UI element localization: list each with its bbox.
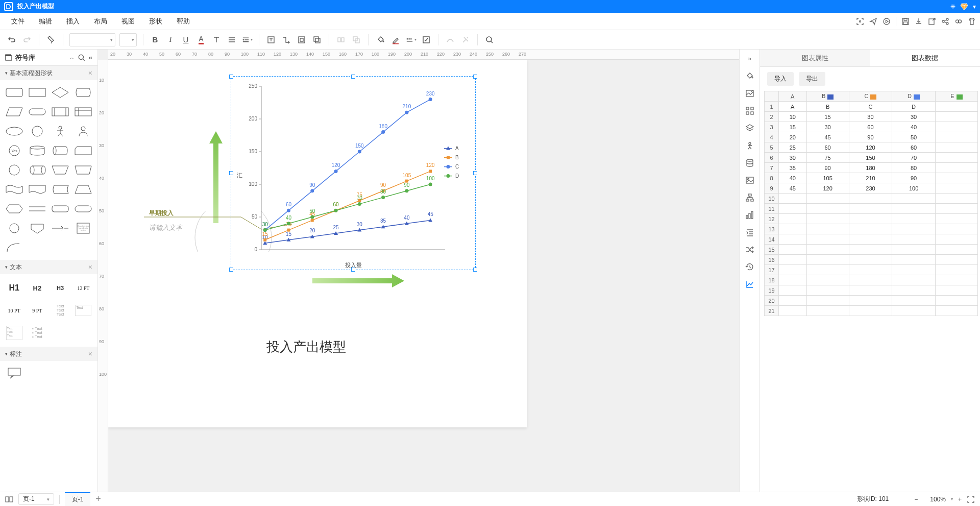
shape-decision-yes[interactable]: Yes (4, 142, 24, 159)
diamond-icon[interactable] (960, 2, 969, 11)
line-chart-icon[interactable] (745, 279, 755, 290)
menu-edit[interactable]: 编辑 (32, 14, 59, 29)
align-icon[interactable] (226, 34, 237, 45)
menu-file[interactable]: 文件 (4, 14, 32, 29)
shape-ellipse[interactable] (4, 123, 24, 139)
indent-icon[interactable]: ▾ (241, 34, 253, 45)
layers-icon[interactable] (745, 123, 755, 133)
chart-data-grid[interactable]: ABCDE1ABCD210153030315306040420459050525… (764, 91, 978, 316)
shape-stadium[interactable] (74, 201, 93, 217)
shape-connector[interactable] (4, 220, 24, 236)
bucket-icon[interactable] (375, 34, 386, 45)
shape-circle2[interactable] (4, 162, 24, 178)
shape-stored-data[interactable] (51, 181, 70, 198)
curve-icon[interactable] (445, 34, 456, 45)
section-shapes[interactable]: ▾基本流程图形状× (0, 66, 97, 80)
shape-hexagon[interactable] (4, 201, 24, 217)
frame-icon[interactable] (296, 34, 307, 45)
shape-trapezoid2[interactable] (74, 181, 93, 198)
person-icon[interactable] (745, 140, 755, 151)
close-icon[interactable]: × (88, 69, 92, 77)
play-icon[interactable] (883, 17, 891, 26)
shape-cylinder2[interactable] (27, 162, 47, 178)
shape-predefined[interactable] (51, 104, 70, 120)
shape-terminator[interactable] (27, 104, 47, 120)
tools-icon[interactable] (460, 34, 471, 45)
shape-parallelogram[interactable] (4, 104, 24, 120)
picture-icon[interactable] (745, 175, 755, 185)
shape-offpage[interactable] (27, 220, 47, 236)
italic-icon[interactable]: I (165, 34, 176, 45)
shape-arc[interactable] (4, 239, 24, 256)
underline-icon[interactable]: U (180, 34, 191, 45)
focus-icon[interactable] (856, 17, 864, 26)
shape-note[interactable]: Drag the sidehandles toresize (74, 220, 93, 236)
expand-panel-icon[interactable]: » (745, 54, 755, 64)
text-h2[interactable]: H2 (27, 278, 47, 298)
export-icon[interactable] (928, 17, 936, 26)
section-callout[interactable]: ▾标注× (0, 347, 97, 361)
close-icon[interactable]: × (88, 263, 92, 271)
shape-rect[interactable] (27, 84, 47, 101)
sparkle-icon[interactable]: ✳ (950, 3, 955, 10)
menu-insert[interactable]: 插入 (59, 14, 87, 29)
download-icon[interactable] (915, 17, 923, 26)
fill-color-select[interactable]: ▾ (119, 33, 137, 46)
image-tool-icon[interactable] (745, 88, 755, 99)
redo-icon[interactable] (21, 34, 33, 45)
shape-arrow-line[interactable] (51, 220, 70, 236)
menu-help[interactable]: 帮助 (169, 14, 197, 29)
save-icon[interactable] (901, 17, 910, 26)
checkbox-icon[interactable] (421, 34, 432, 45)
shape-cylinder[interactable] (27, 142, 47, 159)
shuffle-icon[interactable] (745, 245, 755, 255)
undo-icon[interactable] (6, 34, 17, 45)
shape-actor[interactable] (51, 123, 70, 139)
text-bullets[interactable]: • Text• Text• Text (27, 323, 47, 343)
text-block[interactable]: TextTextText (51, 301, 70, 320)
text-h1[interactable]: H1 (4, 278, 24, 298)
search-icon[interactable] (484, 34, 495, 45)
sitemap-icon[interactable] (745, 192, 755, 203)
shape-internal-storage[interactable] (74, 104, 93, 120)
format-painter-icon[interactable] (45, 34, 57, 45)
pen-icon[interactable] (390, 34, 401, 45)
zoom-in-button[interactable]: + (958, 496, 962, 503)
zoom-out-button[interactable]: − (914, 496, 918, 503)
menu-layout[interactable]: 布局 (87, 14, 114, 29)
bold-icon[interactable]: B (150, 34, 161, 45)
font-select[interactable]: ▾ (69, 33, 115, 46)
bars-icon[interactable] (745, 210, 755, 220)
close-icon[interactable]: × (88, 350, 92, 358)
page-tab[interactable]: 页-1 (65, 492, 91, 506)
page[interactable]: 早期投入 请输入文本 050100150200250投入量汇 (108, 60, 527, 427)
tab-chart-attr[interactable]: 图表属性 (760, 50, 870, 66)
indent-tool-icon[interactable] (745, 227, 755, 237)
shirt-icon[interactable] (968, 17, 976, 26)
text-box2[interactable]: TextTextText (4, 323, 24, 343)
group-icon[interactable] (335, 34, 347, 45)
placeholder-text[interactable]: 请输入文本 (149, 223, 182, 232)
line-chart[interactable]: 050100150200250投入量汇101520253035404515304… (231, 76, 476, 270)
text-box[interactable]: Text (74, 301, 93, 320)
tab-chart-data[interactable]: 图表数据 (870, 50, 981, 66)
shape-tape[interactable] (4, 181, 24, 198)
shape-user[interactable] (74, 123, 93, 139)
database-icon[interactable] (745, 158, 755, 168)
shape-callout[interactable] (4, 365, 24, 381)
dropdown-icon[interactable]: ▾ (973, 3, 976, 10)
history-icon[interactable] (745, 262, 755, 272)
text-box-icon[interactable] (265, 34, 277, 45)
shape-trapezoid[interactable] (51, 162, 70, 178)
fullscreen-icon[interactable] (967, 495, 975, 503)
link-icon[interactable] (954, 17, 963, 26)
text-12pt[interactable]: 12 PT (74, 278, 93, 298)
shape-diamond[interactable] (51, 84, 70, 101)
text-direction-icon[interactable] (211, 34, 222, 45)
shape-display[interactable] (74, 84, 93, 101)
library-search-icon[interactable] (78, 54, 86, 62)
page-select[interactable]: 页-1▾ (18, 493, 54, 505)
line-style-icon[interactable]: ▾ (405, 34, 416, 45)
section-text[interactable]: ▾文本× (0, 260, 97, 274)
menu-shape[interactable]: 形状 (142, 14, 169, 29)
